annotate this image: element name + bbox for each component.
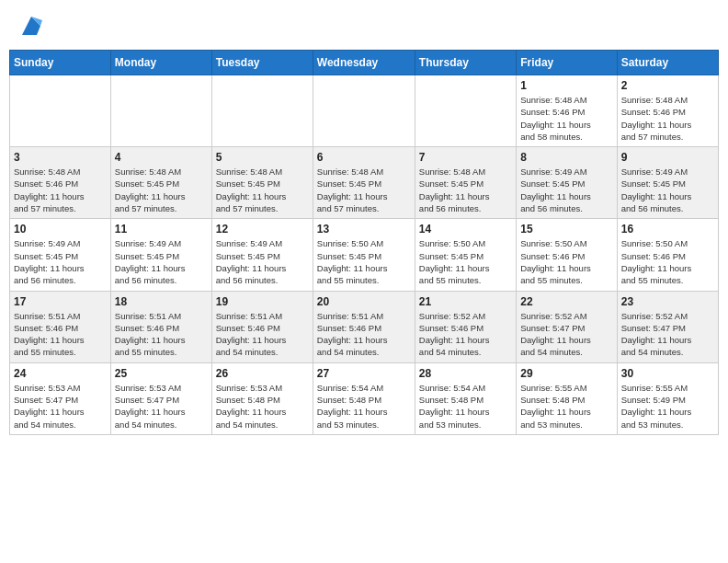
weekday-header-row: SundayMondayTuesdayWednesdayThursdayFrid… [10,51,719,75]
logo [17,13,44,39]
day-number: 1 [520,79,612,92]
day-info: Sunrise: 5:50 AM Sunset: 5:45 PM Dayligh… [317,237,411,286]
day-info: Sunrise: 5:52 AM Sunset: 5:47 PM Dayligh… [520,310,612,359]
calendar-table: SundayMondayTuesdayWednesdayThursdayFrid… [9,50,719,435]
calendar-cell: 3Sunrise: 5:48 AM Sunset: 5:46 PM Daylig… [10,147,111,219]
calendar-cell: 18Sunrise: 5:51 AM Sunset: 5:46 PM Dayli… [110,291,211,362]
day-number: 19 [216,295,309,308]
calendar-cell: 11Sunrise: 5:49 AM Sunset: 5:45 PM Dayli… [110,219,211,291]
day-number: 16 [621,223,714,236]
weekday-header-saturday: Saturday [617,51,718,75]
page-header [9,9,719,42]
day-info: Sunrise: 5:53 AM Sunset: 5:47 PM Dayligh… [115,382,208,431]
day-info: Sunrise: 5:50 AM Sunset: 5:46 PM Dayligh… [520,237,612,286]
calendar-cell [110,75,211,147]
day-number: 30 [621,367,714,380]
day-info: Sunrise: 5:54 AM Sunset: 5:48 PM Dayligh… [419,382,512,431]
calendar-cell: 8Sunrise: 5:49 AM Sunset: 5:45 PM Daylig… [517,147,617,219]
calendar-cell [415,75,516,147]
day-info: Sunrise: 5:48 AM Sunset: 5:46 PM Dayligh… [14,166,107,214]
day-info: Sunrise: 5:52 AM Sunset: 5:46 PM Dayligh… [419,310,512,359]
weekday-header-sunday: Sunday [10,51,111,75]
calendar-cell: 7Sunrise: 5:48 AM Sunset: 5:45 PM Daylig… [415,147,516,219]
day-number: 3 [14,151,107,164]
calendar-cell: 4Sunrise: 5:48 AM Sunset: 5:45 PM Daylig… [110,147,211,219]
day-number: 4 [115,151,208,164]
weekday-header-monday: Monday [110,51,211,75]
day-info: Sunrise: 5:52 AM Sunset: 5:47 PM Dayligh… [621,310,714,359]
calendar-cell: 22Sunrise: 5:52 AM Sunset: 5:47 PM Dayli… [517,291,617,362]
day-info: Sunrise: 5:48 AM Sunset: 5:46 PM Dayligh… [621,94,714,143]
day-number: 18 [115,295,208,308]
calendar-cell: 13Sunrise: 5:50 AM Sunset: 5:45 PM Dayli… [313,219,415,291]
calendar-week-row: 3Sunrise: 5:48 AM Sunset: 5:46 PM Daylig… [10,147,719,219]
calendar-cell: 12Sunrise: 5:49 AM Sunset: 5:45 PM Dayli… [211,219,313,291]
day-info: Sunrise: 5:48 AM Sunset: 5:46 PM Dayligh… [520,94,612,143]
calendar-cell [211,75,313,147]
day-number: 21 [419,295,512,308]
day-number: 25 [115,367,208,380]
calendar-week-row: 10Sunrise: 5:49 AM Sunset: 5:45 PM Dayli… [10,219,719,291]
day-number: 10 [14,223,107,236]
calendar-cell: 27Sunrise: 5:54 AM Sunset: 5:48 PM Dayli… [313,362,415,434]
day-number: 20 [317,295,411,308]
weekday-header-friday: Friday [517,51,617,75]
day-number: 13 [317,223,411,236]
day-number: 23 [621,295,714,308]
day-info: Sunrise: 5:49 AM Sunset: 5:45 PM Dayligh… [14,237,107,286]
calendar-cell: 14Sunrise: 5:50 AM Sunset: 5:45 PM Dayli… [415,219,516,291]
calendar-week-row: 24Sunrise: 5:53 AM Sunset: 5:47 PM Dayli… [10,362,719,434]
calendar-cell: 28Sunrise: 5:54 AM Sunset: 5:48 PM Dayli… [415,362,516,434]
weekday-header-tuesday: Tuesday [211,51,313,75]
calendar-cell: 19Sunrise: 5:51 AM Sunset: 5:46 PM Dayli… [211,291,313,362]
day-number: 17 [14,295,107,308]
day-info: Sunrise: 5:49 AM Sunset: 5:45 PM Dayligh… [520,166,612,214]
day-info: Sunrise: 5:50 AM Sunset: 5:45 PM Dayligh… [419,237,512,286]
day-info: Sunrise: 5:53 AM Sunset: 5:48 PM Dayligh… [216,382,309,431]
day-number: 5 [216,151,309,164]
day-number: 8 [520,151,612,164]
day-number: 27 [317,367,411,380]
calendar-cell: 5Sunrise: 5:48 AM Sunset: 5:45 PM Daylig… [211,147,313,219]
day-info: Sunrise: 5:48 AM Sunset: 5:45 PM Dayligh… [419,166,512,214]
calendar-week-row: 17Sunrise: 5:51 AM Sunset: 5:46 PM Dayli… [10,291,719,362]
day-info: Sunrise: 5:50 AM Sunset: 5:46 PM Dayligh… [621,237,714,286]
day-number: 11 [115,223,208,236]
day-number: 7 [419,151,512,164]
day-number: 15 [520,223,612,236]
calendar-cell: 29Sunrise: 5:55 AM Sunset: 5:48 PM Dayli… [517,362,617,434]
calendar-cell: 20Sunrise: 5:51 AM Sunset: 5:46 PM Dayli… [313,291,415,362]
day-number: 9 [621,151,714,164]
logo-icon [18,13,44,39]
day-info: Sunrise: 5:55 AM Sunset: 5:49 PM Dayligh… [621,382,714,431]
day-number: 14 [419,223,512,236]
day-number: 24 [14,367,107,380]
day-number: 29 [520,367,612,380]
day-info: Sunrise: 5:54 AM Sunset: 5:48 PM Dayligh… [317,382,411,431]
weekday-header-thursday: Thursday [415,51,516,75]
day-info: Sunrise: 5:51 AM Sunset: 5:46 PM Dayligh… [14,310,107,359]
calendar-week-row: 1Sunrise: 5:48 AM Sunset: 5:46 PM Daylig… [10,75,719,147]
day-number: 6 [317,151,411,164]
calendar-cell: 26Sunrise: 5:53 AM Sunset: 5:48 PM Dayli… [211,362,313,434]
calendar-cell [313,75,415,147]
day-info: Sunrise: 5:51 AM Sunset: 5:46 PM Dayligh… [216,310,309,359]
day-number: 26 [216,367,309,380]
day-info: Sunrise: 5:48 AM Sunset: 5:45 PM Dayligh… [317,166,411,214]
calendar-cell [10,75,111,147]
calendar-cell: 17Sunrise: 5:51 AM Sunset: 5:46 PM Dayli… [10,291,111,362]
day-info: Sunrise: 5:49 AM Sunset: 5:45 PM Dayligh… [216,237,309,286]
day-info: Sunrise: 5:49 AM Sunset: 5:45 PM Dayligh… [115,237,208,286]
calendar-cell: 16Sunrise: 5:50 AM Sunset: 5:46 PM Dayli… [617,219,718,291]
calendar-cell: 30Sunrise: 5:55 AM Sunset: 5:49 PM Dayli… [617,362,718,434]
day-info: Sunrise: 5:51 AM Sunset: 5:46 PM Dayligh… [115,310,208,359]
calendar-cell: 25Sunrise: 5:53 AM Sunset: 5:47 PM Dayli… [110,362,211,434]
day-info: Sunrise: 5:55 AM Sunset: 5:48 PM Dayligh… [520,382,612,431]
day-number: 28 [419,367,512,380]
calendar-cell: 21Sunrise: 5:52 AM Sunset: 5:46 PM Dayli… [415,291,516,362]
day-number: 2 [621,79,714,92]
day-info: Sunrise: 5:53 AM Sunset: 5:47 PM Dayligh… [14,382,107,431]
day-info: Sunrise: 5:48 AM Sunset: 5:45 PM Dayligh… [115,166,208,214]
calendar-cell: 23Sunrise: 5:52 AM Sunset: 5:47 PM Dayli… [617,291,718,362]
calendar-cell: 15Sunrise: 5:50 AM Sunset: 5:46 PM Dayli… [517,219,617,291]
